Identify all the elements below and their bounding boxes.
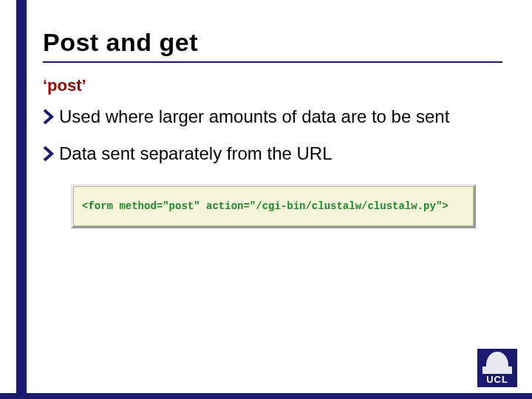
- logo-text: UCL: [486, 374, 508, 385]
- chevron-bullet-icon: [43, 146, 56, 162]
- bottom-accent-bar: [0, 393, 532, 399]
- bullet-list: Used where larger amounts of data are to…: [43, 106, 502, 165]
- list-item: Used where larger amounts of data are to…: [43, 106, 502, 128]
- chevron-bullet-icon: [43, 109, 56, 125]
- slide-content: Post and get ‘post’ Used where larger am…: [43, 28, 502, 228]
- slide-title: Post and get: [43, 28, 502, 57]
- left-accent-bar: [16, 0, 27, 399]
- section-subhead: ‘post’: [43, 76, 502, 95]
- logo-base-icon: [482, 366, 512, 374]
- ucl-logo: UCL: [477, 349, 517, 387]
- code-example-box: <form method="post" action="/cgi-bin/clu…: [71, 184, 476, 228]
- code-snippet: <form method="post" action="/cgi-bin/clu…: [82, 200, 449, 212]
- bullet-text: Data sent separately from the URL: [59, 143, 332, 165]
- title-underline: [43, 61, 502, 63]
- bullet-text: Used where larger amounts of data are to…: [59, 106, 449, 128]
- list-item: Data sent separately from the URL: [43, 143, 502, 165]
- logo-dome-icon: [486, 352, 508, 368]
